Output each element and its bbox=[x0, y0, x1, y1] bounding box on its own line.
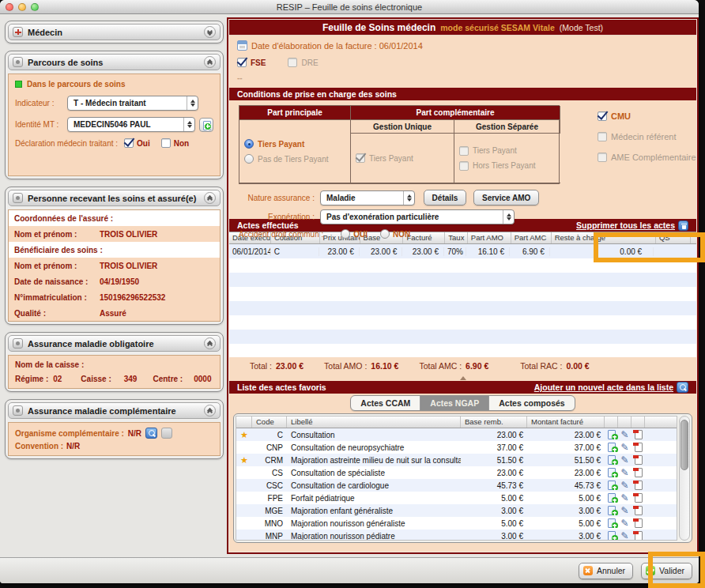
gu-tiers-payant-checkbox[interactable] bbox=[356, 153, 365, 163]
collapse-parcours-button[interactable] bbox=[204, 56, 216, 68]
indicateur-select[interactable]: T - Médecin traitant bbox=[67, 96, 198, 111]
favoris-row[interactable]: CSConsultation de spécialiste23.00 €23.0… bbox=[236, 466, 677, 479]
favoris-table-body: ★CConsultation23.00 €23.00 €✎CNPConsulta… bbox=[236, 428, 677, 541]
scrollbar-thumb[interactable] bbox=[680, 420, 688, 470]
declaration-oui-checkbox[interactable] bbox=[124, 138, 134, 148]
favoris-icon-column-header bbox=[631, 416, 645, 428]
details-button[interactable]: Détails bbox=[424, 190, 466, 205]
annuler-button[interactable]: Annuler bbox=[579, 563, 633, 579]
trash-icon[interactable] bbox=[678, 220, 688, 231]
edit-pencil-icon[interactable]: ✎ bbox=[620, 481, 628, 490]
add-document-icon[interactable] bbox=[608, 443, 616, 452]
acte-row[interactable] bbox=[229, 287, 696, 301]
tiers-payant-radio[interactable] bbox=[244, 139, 254, 149]
accident-non-radio[interactable] bbox=[380, 229, 390, 239]
acte-row[interactable] bbox=[229, 273, 696, 287]
service-amo-button[interactable]: Service AMO bbox=[473, 190, 539, 205]
acte-row[interactable] bbox=[229, 301, 696, 315]
flag-document-icon[interactable] bbox=[635, 531, 643, 541]
favorite-star-icon[interactable]: ★ bbox=[236, 455, 252, 466]
cmu-checkbox[interactable] bbox=[598, 111, 607, 121]
edit-pencil-icon[interactable]: ✎ bbox=[620, 468, 628, 477]
add-document-icon[interactable] bbox=[608, 518, 616, 528]
flag-document-icon[interactable] bbox=[635, 443, 643, 452]
close-button[interactable] bbox=[6, 3, 13, 11]
favoris-row[interactable]: FPEForfait pédiatrique5.00 €5.00 €✎ bbox=[236, 492, 677, 504]
dre-checkbox[interactable] bbox=[288, 58, 297, 67]
edit-pencil-icon[interactable]: ✎ bbox=[620, 443, 628, 452]
tab-actes-ngap[interactable]: Actes NGAP bbox=[420, 396, 489, 411]
panel-parcours-header[interactable]: Parcours de soins bbox=[8, 54, 221, 70]
accident-oui-radio[interactable] bbox=[341, 229, 350, 239]
resize-handle-icon[interactable] bbox=[229, 375, 696, 381]
favoris-row[interactable]: ★CRMMajoration astreinte milieu de nuit … bbox=[236, 454, 677, 466]
collapse-amo-button[interactable] bbox=[204, 337, 216, 349]
edit-pencil-icon[interactable]: ✎ bbox=[620, 531, 628, 541]
acte-row[interactable] bbox=[229, 344, 696, 357]
favoris-row[interactable]: CSCConsultation de cardiologue45.73 €45.… bbox=[236, 479, 677, 492]
add-document-icon[interactable] bbox=[608, 468, 616, 477]
identite-mt-select[interactable]: MEDECIN5046 PAUL bbox=[67, 117, 195, 132]
favoris-scrollbar[interactable] bbox=[679, 416, 690, 541]
edit-pencil-icon[interactable]: ✎ bbox=[620, 430, 628, 439]
panel-personne-header[interactable]: Personne recevant les soins et assuré(e) bbox=[8, 190, 221, 206]
favoris-column-header: Base remb. bbox=[461, 416, 527, 428]
add-document-icon[interactable] bbox=[608, 506, 616, 515]
declaration-non-checkbox[interactable] bbox=[161, 138, 171, 148]
nature-assurance-select[interactable]: Maladie bbox=[320, 190, 415, 205]
panel-amc-header[interactable]: Assurance maladie complémentaire bbox=[8, 402, 221, 419]
assure-nom-value: TROIS OLIVIER bbox=[100, 230, 157, 239]
pas-tiers-payant-radio[interactable] bbox=[244, 154, 254, 164]
add-document-icon[interactable] bbox=[608, 455, 616, 465]
calendar-icon[interactable] bbox=[237, 40, 247, 51]
window-titlebar[interactable]: RESIP – Feuille de soins électronique bbox=[0, 0, 699, 14]
flag-document-icon[interactable] bbox=[635, 468, 643, 477]
favoris-row[interactable]: CNPConsultation de neuropsychiatre37.00 … bbox=[236, 441, 677, 454]
ame-checkbox[interactable] bbox=[598, 153, 607, 162]
edit-pencil-icon[interactable]: ✎ bbox=[620, 493, 628, 503]
favoris-row[interactable]: MNPMajoration nourisson pédiatre3.00 €3.… bbox=[236, 530, 677, 541]
fse-checkbox[interactable] bbox=[237, 58, 247, 67]
favorite-star-icon[interactable]: ★ bbox=[236, 430, 252, 440]
flag-document-icon[interactable] bbox=[635, 455, 643, 465]
add-document-icon[interactable] bbox=[608, 531, 616, 541]
add-medecin-document-icon[interactable] bbox=[199, 118, 213, 132]
acte-row[interactable] bbox=[229, 330, 696, 344]
clear-organisme-button[interactable] bbox=[161, 428, 172, 439]
ajouter-acte-link[interactable]: Ajouter un nouvel acte dans la liste bbox=[534, 383, 673, 392]
add-document-icon[interactable] bbox=[608, 493, 616, 503]
exoneration-select[interactable]: Pas d'exonération particulière bbox=[320, 209, 515, 224]
add-document-icon[interactable] bbox=[608, 481, 616, 490]
tab-actes-ccam[interactable]: Actes CCAM bbox=[351, 396, 420, 411]
gs-tiers-payant-checkbox[interactable] bbox=[459, 146, 469, 156]
flag-document-icon[interactable] bbox=[635, 506, 643, 515]
expand-medecin-button[interactable] bbox=[204, 26, 216, 38]
favoris-row[interactable]: MNOMajoration nourisson généraliste5.00 … bbox=[236, 517, 677, 530]
collapse-personne-button[interactable] bbox=[204, 192, 216, 204]
flag-document-icon[interactable] bbox=[635, 493, 643, 503]
flag-document-icon[interactable] bbox=[635, 481, 643, 490]
edit-pencil-icon[interactable]: ✎ bbox=[620, 506, 628, 515]
panel-medecin-header[interactable]: Médecin bbox=[8, 24, 221, 40]
acte-row[interactable] bbox=[229, 315, 696, 330]
edit-pencil-icon[interactable]: ✎ bbox=[620, 518, 628, 528]
favoris-row[interactable]: ★CConsultation23.00 €23.00 €✎ bbox=[236, 428, 677, 441]
parcours-status-icon bbox=[15, 81, 22, 88]
collapse-amc-button[interactable] bbox=[204, 405, 216, 416]
gs-hors-tiers-payant-checkbox[interactable] bbox=[459, 161, 469, 171]
favoris-montant: 5.00 € bbox=[527, 519, 605, 528]
search-acte-icon[interactable] bbox=[677, 382, 688, 393]
add-document-icon[interactable] bbox=[608, 430, 616, 439]
search-organisme-icon[interactable] bbox=[145, 428, 157, 439]
tab-actes-compos-s[interactable]: Actes composés bbox=[489, 396, 574, 411]
qualite-value: Assuré bbox=[100, 309, 126, 318]
medecin-referent-checkbox[interactable] bbox=[598, 132, 607, 141]
favoris-row[interactable]: MGEMajoration enfant généraliste3.00 €3.… bbox=[236, 504, 677, 517]
minimize-button[interactable] bbox=[18, 3, 26, 11]
edit-pencil-icon[interactable]: ✎ bbox=[620, 455, 628, 465]
flag-document-icon[interactable] bbox=[635, 518, 643, 528]
zoom-button[interactable] bbox=[31, 3, 39, 11]
flag-document-icon[interactable] bbox=[635, 430, 643, 439]
panel-amo-header[interactable]: Assurance maladie obligatoire bbox=[8, 335, 221, 352]
conditions-header: Conditions de prise en charge des soins bbox=[237, 89, 397, 99]
